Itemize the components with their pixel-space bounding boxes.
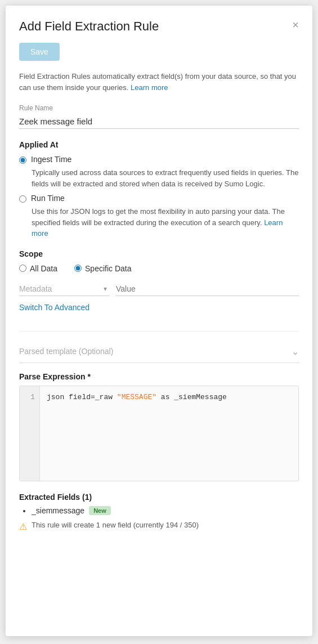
parsed-template-label: Parsed template (Optional) [19, 347, 113, 356]
run-time-radio[interactable] [19, 195, 26, 203]
specific-data-label: Specific Data [85, 264, 131, 273]
metadata-select-wrapper: Metadata ▾ [19, 282, 109, 296]
scope-section: Scope All Data Specific Data [19, 249, 299, 273]
extracted-field-item: _siemmessage New [32, 506, 299, 515]
scope-label: Scope [19, 249, 299, 258]
all-data-radio[interactable] [19, 265, 26, 272]
rule-name-input[interactable] [19, 114, 299, 129]
ingest-time-option: Ingest Time [19, 155, 299, 164]
description-text: Field Extraction Rules automatically ext… [19, 71, 299, 93]
warning-icon: ⚠ [19, 521, 27, 532]
warning-text: This rule will create 1 new field (curre… [32, 521, 199, 529]
code-suffix: as _siemMessage [156, 393, 227, 401]
list-item: _siemmessage New [32, 506, 299, 515]
code-string: "MESSAGE" [117, 393, 156, 401]
specific-data-option: Specific Data [74, 264, 131, 273]
modal-title: Add Field Extraction Rule [19, 19, 159, 34]
extracted-fields-section: Extracted Fields (1) _siemmessage New ⚠ … [19, 493, 299, 532]
code-content[interactable]: json field=_raw "MESSAGE" as _siemMessag… [40, 386, 298, 481]
all-data-label: All Data [30, 264, 57, 273]
scope-options: All Data Specific Data [19, 264, 299, 273]
value-input[interactable] [116, 282, 299, 296]
divider-1 [19, 331, 299, 332]
ingest-time-radio[interactable] [19, 156, 26, 164]
close-button[interactable]: × [292, 19, 299, 30]
applied-at-label: Applied At [19, 140, 299, 149]
metadata-select[interactable]: Metadata [19, 282, 109, 296]
all-data-option: All Data [19, 264, 57, 273]
ingest-time-label: Ingest Time [31, 155, 71, 164]
code-editor[interactable]: 1 json field=_raw "MESSAGE" as _siemMess… [19, 386, 299, 481]
extracted-field-name: _siemmessage [32, 506, 84, 515]
extracted-fields-title: Extracted Fields (1) [19, 493, 299, 502]
code-prefix: json field=_raw [47, 393, 117, 401]
run-time-label: Run Time [31, 194, 65, 203]
rule-name-label: Rule Name [19, 104, 299, 112]
code-line-numbers: 1 [20, 386, 40, 481]
applied-at-options: Ingest Time Typically used across data s… [19, 155, 299, 239]
new-badge: New [89, 506, 111, 515]
add-field-extraction-modal: Add Field Extraction Rule × Save Field E… [6, 6, 312, 636]
parse-expression-label: Parse Expression * [19, 372, 299, 381]
ingest-time-desc: Typically used across data sources to ex… [32, 167, 299, 189]
run-time-option: Run Time [19, 194, 299, 203]
warning-row: ⚠ This rule will create 1 new field (cur… [19, 521, 299, 532]
switch-to-advanced-button[interactable]: Switch To Advanced [19, 303, 89, 312]
save-button[interactable]: Save [19, 43, 60, 61]
parsed-template-chevron-icon: ⌄ [292, 346, 299, 357]
metadata-row: Metadata ▾ [19, 282, 299, 296]
parsed-template-row[interactable]: Parsed template (Optional) ⌄ [19, 341, 299, 363]
modal-header: Add Field Extraction Rule × [19, 19, 299, 34]
run-time-desc: Use this for JSON logs to get the most f… [32, 206, 299, 239]
specific-data-radio[interactable] [74, 265, 82, 272]
extracted-fields-list: _siemmessage New [19, 506, 299, 515]
description-learn-more-link[interactable]: Learn more [131, 83, 168, 92]
